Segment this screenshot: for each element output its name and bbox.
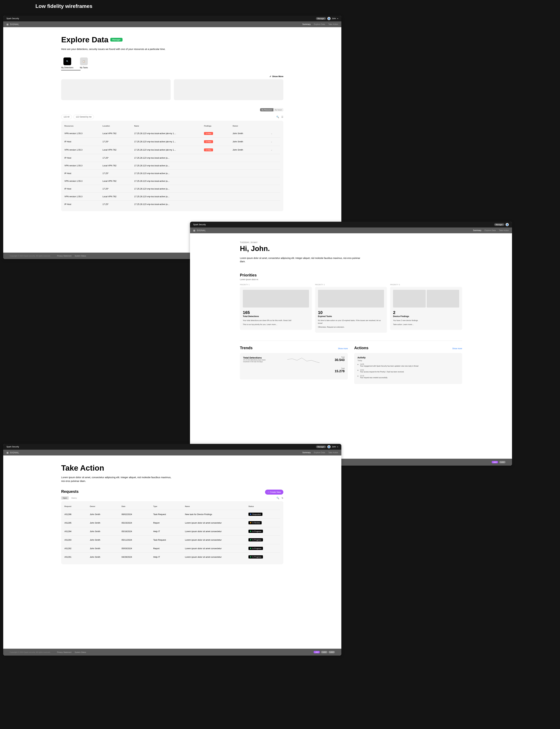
priority-card[interactable]: 2 Device Findings You have 2 new device … — [390, 287, 462, 330]
status-badge: Requested — [248, 513, 262, 516]
tab-my-tasks[interactable]: 📋 My Tasks — [80, 57, 88, 69]
cell-loc: Local VPN 782 — [102, 195, 134, 198]
avatar[interactable]: 👤 — [327, 17, 331, 20]
chevron-down-icon[interactable]: ▾ — [337, 446, 338, 448]
seg-by-issue[interactable]: By Issue — [273, 108, 283, 111]
chevron-down-icon[interactable]: ⌄ — [271, 149, 280, 151]
total-value: 15.278 — [335, 369, 345, 373]
nav-summary[interactable]: Summary — [473, 229, 481, 232]
cell-loc: Local VPN 782 — [102, 164, 134, 167]
avatar[interactable]: 👤 — [327, 445, 331, 448]
badge[interactable]: Label — [313, 651, 320, 653]
table-row[interactable]: VPN version 1.55.3 Local VPN 782 17.25.2… — [64, 162, 280, 170]
avatar[interactable]: 👤 — [506, 223, 509, 226]
grid-icon[interactable]: ▦ — [6, 23, 9, 26]
sort-icon[interactable]: ⇅ — [281, 497, 283, 499]
tab-history[interactable]: History — [70, 496, 78, 500]
table-row[interactable]: #01295 John Smith 05/23/2024 Report Lore… — [64, 519, 280, 527]
table-row[interactable]: VPN version 1.55.3 Local VPN 782 17.25.2… — [64, 129, 280, 138]
cell-status: Requested — [248, 513, 280, 516]
cell-owner: John Smith — [90, 513, 122, 516]
chevron-down-icon[interactable]: ⌄ — [271, 132, 280, 135]
nav-take-action[interactable]: Take Action — [328, 451, 338, 454]
explore-subtitle: Here are your detections, security issue… — [61, 47, 174, 51]
chip-owned[interactable]: 122 Owned by me — [73, 115, 94, 119]
brand: SIGNAL — [10, 451, 19, 454]
cell-name: 17.25.28.123 vnp-too.local-active (a… — [134, 203, 204, 205]
table-row[interactable]: IP Host 17.25* 17.25.28.123 vnp-too.loca… — [64, 170, 280, 177]
search-icon[interactable]: 🔍 — [276, 497, 279, 499]
user-name[interactable]: John — [332, 17, 336, 20]
create-new-button[interactable]: + Create New — [265, 490, 283, 495]
search-icon[interactable]: 🔍 — [276, 116, 279, 118]
placeholder — [243, 290, 309, 308]
badge[interactable]: Label — [321, 651, 327, 653]
table-row[interactable]: IP Host 17.25* 17.25.28.123 vnp-too.loca… — [64, 200, 280, 208]
priority-body: You have 2 new device findings — [393, 319, 459, 322]
dot-icon — [357, 370, 358, 371]
table-row[interactable]: VPN version 1.55.3 Local VPN 782 17.25.2… — [64, 193, 280, 200]
table-row[interactable]: IP Host 17.25* 17.25.28.123 vnp-too.loca… — [64, 154, 280, 162]
footer-privacy[interactable]: Privacy Statement — [57, 255, 71, 257]
requests-table: Request Owner Date Type Name Status #012… — [61, 501, 283, 564]
cell-status: In Progress — [248, 530, 280, 533]
table-row[interactable]: IP Host 17.25* 17.25.28.123 vnp-too.loca… — [64, 185, 280, 193]
badge[interactable]: Label — [328, 651, 335, 653]
cell-id: #01292 — [64, 547, 90, 550]
col-name: Name — [185, 505, 248, 507]
cell-date: 05/23/2024 — [122, 522, 153, 524]
footer-privacy[interactable]: Privacy Statement — [57, 651, 71, 653]
segmented-control[interactable]: By Resource By Issue — [260, 108, 283, 111]
chip-all[interactable]: 122 All — [61, 115, 72, 119]
priority-body: This is our top priority for you. Learn … — [243, 323, 309, 326]
badge[interactable]: Label — [492, 461, 498, 463]
nav-take-action[interactable]: Take Action — [499, 229, 509, 232]
chevron-down-icon[interactable]: ⌄ — [271, 140, 280, 143]
cell-findings: 14 Max — [204, 132, 233, 135]
tab-open[interactable]: Open — [61, 496, 69, 500]
footer-system[interactable]: System Status — [75, 255, 86, 257]
nav-take-action[interactable]: Take Action — [328, 23, 338, 25]
tab-my-detections[interactable]: 🔍 My Detections — [61, 57, 73, 69]
nav-explore[interactable]: Explore Data — [484, 229, 496, 232]
table-row[interactable]: VPN version 1.55.3 Local VPN 782 17.25.2… — [64, 177, 280, 185]
chevron-down-icon[interactable]: ▾ — [337, 18, 338, 19]
priority-card[interactable]: 165 Total Detections Your total detectio… — [240, 287, 312, 330]
cell-name: Lorem ipsum dolor sit amet consectetur — [185, 547, 248, 550]
show-more-link[interactable]: Show more — [338, 347, 348, 350]
table-row[interactable]: #01292 John Smith 05/03/2024 Report Lore… — [64, 544, 280, 553]
nav-summary[interactable]: Summary — [302, 451, 311, 454]
nav-explore[interactable]: Explore Data — [314, 23, 325, 25]
table-row[interactable]: IP Host 17.25* 17.25.28.123 vnp-too.loca… — [64, 138, 280, 146]
table-row[interactable]: #01294 John Smith 05/16/2024 Help IT Lor… — [64, 527, 280, 536]
table-row[interactable]: #01293 John Smith 05/11/2024 Task Reques… — [64, 536, 280, 544]
activity-item[interactable]: 14:05 Your engagement with Spark Securit… — [357, 363, 459, 367]
cell-status: In Progress — [248, 555, 280, 559]
show-more-link[interactable]: Show More — [272, 75, 283, 78]
table-row[interactable]: #01296 John Smith 06/02/2024 Task Reques… — [64, 510, 280, 519]
nav-explore[interactable]: Explore Data — [314, 451, 325, 454]
activity-item[interactable]: 13:01 Your access request for the Priori… — [357, 369, 459, 373]
priority-card[interactable]: 10 Expired Tasks It's time to take actio… — [315, 287, 387, 333]
table-row[interactable]: #01291 John Smith 04/28/2024 Help IT Lor… — [64, 553, 280, 561]
minimize-icon: ⤢ — [270, 75, 271, 78]
cell-date: 05/11/2024 — [122, 539, 153, 541]
user-name[interactable]: John — [332, 446, 336, 448]
filter-icon[interactable]: ☰ — [281, 116, 283, 118]
grid-icon[interactable]: ▦ — [193, 229, 195, 232]
priority-body: Your total detections are down 8% so far… — [243, 319, 309, 322]
tab-label: My Detections — [61, 66, 73, 69]
nav-summary[interactable]: Summary — [302, 23, 311, 25]
table-row[interactable]: VPN version 1.55.3 Local VPN 782 17.25.2… — [64, 146, 280, 154]
dot-icon — [357, 364, 358, 365]
activity-time: 13:01 — [360, 369, 404, 371]
grid-icon[interactable]: ▦ — [6, 451, 9, 454]
badge[interactable]: Label — [499, 461, 506, 463]
show-more-link[interactable]: Show more — [452, 347, 462, 350]
seg-by-resource[interactable]: By Resource — [260, 108, 273, 111]
activity-item[interactable]: 12:15 Your request was created successfu… — [357, 375, 459, 379]
footer-system[interactable]: System Status — [75, 651, 86, 653]
status-badge: In Progress — [248, 538, 263, 541]
activity-panel: Activity Today 14:05 Your engagement wit… — [354, 353, 462, 384]
td-label: Total Detections — [243, 356, 272, 359]
